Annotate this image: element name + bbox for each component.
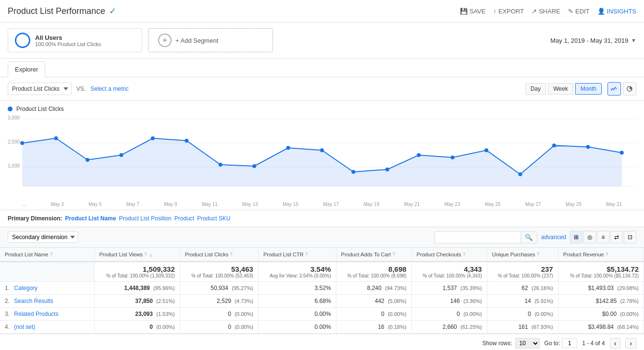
- totals-revenue-main: $5,134.72: [563, 265, 639, 273]
- table-row: 4. (not set) 0 (0.00%) 0 (0.00%) 0.00% 1…: [0, 321, 644, 334]
- add-icon: +: [158, 34, 172, 47]
- goto-input[interactable]: [562, 338, 577, 348]
- bar-view-button[interactable]: ≡: [597, 231, 609, 243]
- x-label-may17: May 17: [323, 202, 339, 207]
- chart-dot: [620, 151, 624, 155]
- add-segment-button[interactable]: + + Add Segment: [148, 28, 273, 52]
- col-help-icon-1[interactable]: ?: [144, 252, 147, 257]
- row-revenue-pct: (68.14%): [617, 324, 639, 330]
- totals-adds: 8,698 % of Total: 100.00% (8,698): [336, 262, 411, 282]
- col-product-checkouts[interactable]: Product Checkouts ?: [411, 248, 487, 262]
- save-icon: 💾: [460, 8, 468, 15]
- date-range-selector[interactable]: May 1, 2019 - May 31, 2019 ▼: [550, 37, 636, 44]
- chart-container: 3,000 2,000 1,000: [8, 114, 636, 201]
- table-right-controls: 🔍 advanced ⊞ ◎ ≡ ⇄ ⊡: [434, 231, 636, 243]
- col-product-revenue[interactable]: Product Revenue ?: [558, 248, 644, 262]
- segments-bar: All Users 100.00% Product List Clicks + …: [0, 23, 644, 59]
- compare-view-button[interactable]: ⇄: [610, 231, 623, 243]
- row-ctr-cell: 3.52%: [258, 282, 336, 295]
- edit-button[interactable]: ✎ EDIT: [568, 8, 590, 15]
- export-label: EXPORT: [498, 8, 524, 15]
- rows-per-page-select[interactable]: 10 25 50 100: [515, 338, 540, 349]
- tab-explorer[interactable]: Explorer: [8, 61, 45, 77]
- share-button[interactable]: ↗ SHARE: [532, 8, 560, 15]
- row-purchases-pct: (26.16%): [532, 285, 553, 291]
- search-input[interactable]: [434, 231, 521, 243]
- verified-icon: ✓: [109, 6, 116, 16]
- export-button[interactable]: ↑ EXPORT: [493, 8, 524, 15]
- advanced-link[interactable]: advanced: [541, 234, 566, 241]
- row-name-link[interactable]: Category: [14, 285, 37, 291]
- row-ctr-cell: 0.00%: [258, 321, 336, 334]
- line-chart-button[interactable]: [607, 82, 621, 96]
- row-adds-cell: 0 (0.00%): [336, 308, 411, 321]
- pivot-view-button[interactable]: ⊡: [624, 231, 636, 243]
- col-help-icon-3[interactable]: ?: [305, 252, 308, 257]
- search-button[interactable]: 🔍: [521, 231, 537, 243]
- header-actions: 💾 SAVE ↑ EXPORT ↗ SHARE ✎ EDIT 👤 INSIGHT…: [460, 8, 636, 15]
- dim-product-sku[interactable]: Product SKU: [197, 215, 230, 222]
- insights-button[interactable]: 👤 INSIGHTS: [597, 8, 636, 15]
- y-label-2000: 2,000: [8, 139, 20, 145]
- page-title: Product List Performance: [8, 6, 105, 16]
- prev-page-button[interactable]: ‹: [610, 338, 621, 349]
- row-views-pct: (0.00%): [156, 324, 175, 330]
- x-label-may5: May 5: [88, 202, 101, 207]
- chart-dot: [286, 146, 290, 150]
- x-label-may31: May 31: [606, 202, 622, 207]
- col-help-icon-4[interactable]: ?: [392, 252, 395, 257]
- totals-revenue-sub: % of Total: 100.00% ($5,134.72): [563, 273, 639, 278]
- day-button[interactable]: Day: [525, 83, 546, 95]
- row-name-link[interactable]: Search Results: [14, 298, 53, 304]
- totals-checkouts-sub: % of Total: 100.00% (4,343): [417, 273, 482, 278]
- col-help-icon-2[interactable]: ?: [230, 252, 233, 257]
- row-revenue-cell: $1,493.03 (29.08%): [558, 282, 644, 295]
- next-page-button[interactable]: ›: [625, 338, 636, 349]
- grid-view-button[interactable]: ⊞: [570, 231, 582, 243]
- col-help-icon-6[interactable]: ?: [537, 252, 540, 257]
- pie-chart-button[interactable]: [623, 82, 636, 96]
- col-product-list-clicks[interactable]: Product List Clicks ?: [180, 248, 258, 262]
- search-container: 🔍: [434, 231, 537, 243]
- pagination-bar: Show rows: 10 25 50 100 Go to: 1 - 4 of …: [0, 334, 644, 350]
- col-product-list-views[interactable]: Product List Views ? ↓: [94, 248, 180, 262]
- col-help-icon-0[interactable]: ?: [50, 252, 53, 257]
- dim-product[interactable]: Product: [174, 215, 194, 222]
- row-name-cell: 2. Search Results: [0, 295, 94, 308]
- row-clicks-pct: (95.27%): [232, 285, 253, 291]
- chart-dot: [86, 158, 89, 162]
- row-revenue-main: $3,498.84: [588, 324, 614, 330]
- col-help-icon-7[interactable]: ?: [606, 252, 608, 257]
- metric-select[interactable]: Product List Clicks: [8, 83, 72, 95]
- row-clicks-cell: 50,934 (95.27%): [180, 282, 258, 295]
- dim-product-list-position[interactable]: Product List Position: [119, 215, 171, 222]
- segment-info: All Users 100.00% Product List Clicks: [35, 34, 101, 47]
- secondary-dim-container: Secondary dimension: [8, 231, 78, 243]
- dim-product-list-name[interactable]: Product List Name: [65, 215, 116, 222]
- row-revenue-cell: $142.85 (2.78%): [558, 295, 644, 308]
- week-button[interactable]: Week: [548, 83, 573, 95]
- row-name-link[interactable]: Related Products: [14, 311, 58, 317]
- col-product-adds-to-cart[interactable]: Product Adds To Cart ?: [336, 248, 411, 262]
- all-users-segment[interactable]: All Users 100.00% Product List Clicks: [8, 28, 142, 52]
- secondary-dimension-select[interactable]: Secondary dimension: [8, 231, 78, 243]
- view-toggle-buttons: ⊞ ◎ ≡ ⇄ ⊡: [570, 231, 636, 243]
- save-button[interactable]: 💾 SAVE: [460, 8, 486, 15]
- col-unique-purchases[interactable]: Unique Purchases ?: [487, 248, 558, 262]
- row-name-link[interactable]: (not set): [14, 324, 35, 330]
- chart-legend: Product List Clicks: [8, 106, 636, 112]
- totals-purchases-sub: % of Total: 100.00% (237): [492, 273, 553, 278]
- month-button[interactable]: Month: [575, 83, 602, 95]
- select-metric-link[interactable]: Select a metric: [90, 85, 128, 92]
- save-label: SAVE: [470, 8, 486, 15]
- chart-type-buttons: [607, 82, 636, 96]
- col-product-list-ctr[interactable]: Product List CTR ?: [258, 248, 336, 262]
- pie-view-button[interactable]: ◎: [583, 231, 596, 243]
- insights-icon: 👤: [597, 8, 605, 15]
- row-revenue-main: $1,493.03: [588, 285, 614, 291]
- segment-name: All Users: [35, 34, 101, 41]
- col-help-icon-5[interactable]: ?: [463, 252, 466, 257]
- row-clicks-main: 0: [228, 311, 231, 317]
- chart-svg: [8, 114, 636, 191]
- chart-dot: [320, 148, 324, 152]
